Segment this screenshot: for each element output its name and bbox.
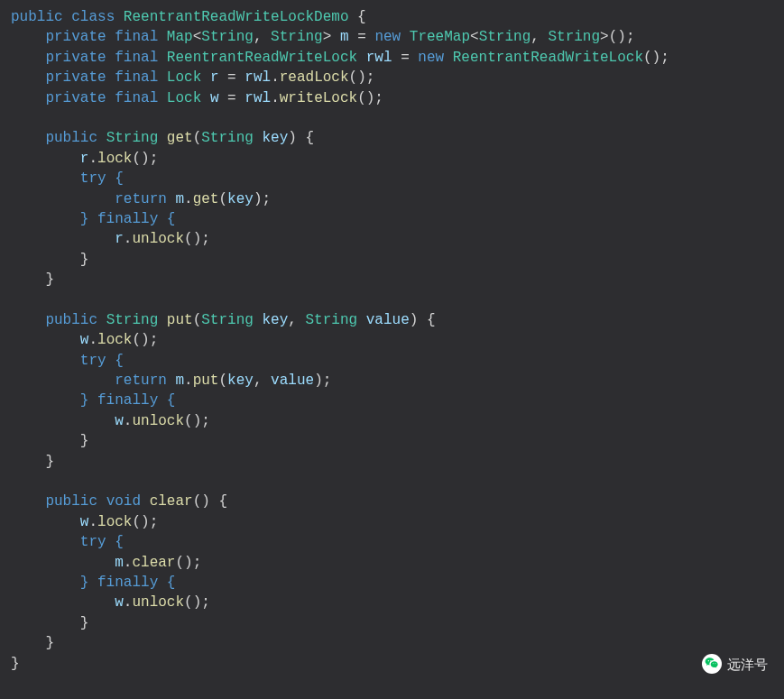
parens: () [132, 514, 149, 530]
brace: { [218, 493, 227, 510]
eq: = [227, 90, 236, 106]
watermark: 远洋号 [702, 654, 768, 674]
kw-final: final [115, 90, 158, 106]
var-r: r [115, 231, 124, 247]
rp: ) [410, 312, 419, 328]
ctor-rwl: ReentrantReadWriteLock [453, 50, 643, 66]
kw-private: private [45, 50, 106, 66]
watermark-text: 远洋号 [727, 655, 768, 674]
wechat-icon [702, 654, 722, 674]
eq: = [401, 50, 410, 66]
type-string: String [201, 29, 254, 45]
param-name: value [366, 312, 410, 328]
comma: , [254, 29, 263, 45]
brace: { [306, 130, 315, 146]
code-block: public class ReentrantReadWriteLockDemo … [11, 7, 773, 674]
type-treemap: TreeMap [410, 29, 470, 45]
lp: ( [218, 372, 227, 389]
param-name: key [262, 130, 288, 146]
parens: () [184, 231, 201, 247]
kw-try: try { [80, 170, 124, 187]
kw-return: return [115, 191, 167, 207]
lp: ( [193, 493, 202, 510]
dot: . [124, 413, 133, 429]
kw-class: class [71, 9, 115, 25]
lp: ( [193, 130, 202, 146]
method-get: get [193, 191, 219, 207]
dot: . [184, 372, 193, 389]
eq: = [227, 69, 236, 86]
kw-private: private [45, 90, 106, 106]
brace-close: } [11, 656, 20, 672]
semi: ; [193, 555, 202, 571]
lt: < [470, 29, 479, 45]
kw-public: public [45, 130, 97, 146]
parens: () [349, 69, 366, 86]
kw-private: private [45, 69, 106, 86]
rp: ) [254, 191, 263, 207]
parens: () [643, 50, 660, 66]
class-name: ReentrantReadWriteLockDemo [124, 9, 349, 25]
dot: . [88, 514, 97, 530]
parens: () [175, 555, 192, 571]
brace-close: } [80, 433, 89, 449]
kw-try: try { [80, 534, 124, 550]
kw-new: new [374, 29, 401, 45]
method-clear: clear [150, 493, 193, 510]
parens: () [357, 90, 374, 106]
var-w: w [80, 332, 89, 348]
method-unlock: unlock [132, 231, 184, 247]
semi: ; [150, 151, 159, 167]
ret-type: String [106, 312, 159, 328]
arg-key: key [227, 191, 254, 207]
semi: ; [201, 231, 210, 247]
semi: ; [366, 69, 375, 86]
var-r: r [80, 151, 89, 167]
semi: ; [150, 332, 159, 348]
gt: > [600, 29, 609, 45]
param-name: key [262, 312, 288, 328]
brace-close: } [80, 615, 89, 631]
var-w: w [80, 514, 89, 530]
var-w: w [210, 90, 219, 106]
brace-close: } [45, 454, 54, 470]
dot: . [88, 332, 97, 348]
ret-type: String [106, 130, 159, 146]
semi: ; [150, 514, 159, 530]
lt: < [193, 29, 202, 45]
dot: . [124, 594, 133, 611]
method-put: put [193, 372, 219, 389]
semi: ; [201, 413, 210, 429]
dot: . [271, 90, 280, 106]
kw-public: public [45, 493, 97, 510]
type-string: String [271, 29, 323, 45]
kw-finally: } finally { [80, 211, 176, 227]
dot: . [124, 231, 133, 247]
var-m: m [175, 191, 184, 207]
var-m: m [175, 372, 184, 389]
brace-open: { [357, 9, 366, 25]
eq: = [357, 29, 366, 45]
semi: ; [323, 372, 332, 389]
method-lock: lock [97, 332, 132, 348]
arg-key: key [227, 372, 254, 389]
var-r: r [210, 69, 219, 86]
kw-try: try { [80, 353, 124, 369]
method-lock: lock [97, 514, 132, 530]
var-rwl: rwl [244, 69, 271, 86]
method-put: put [167, 312, 193, 328]
parens: () [609, 29, 626, 45]
type-lock: Lock [167, 90, 201, 106]
comma: , [530, 29, 540, 45]
method-lock: lock [97, 151, 132, 167]
rp: ) [201, 493, 210, 510]
kw-private: private [45, 29, 106, 45]
kw-final: final [115, 69, 158, 86]
method-writelock: writeLock [280, 90, 357, 106]
semi: ; [660, 50, 669, 66]
parens: () [184, 413, 201, 429]
semi: ; [263, 191, 272, 207]
comma: , [288, 312, 297, 328]
var-w: w [115, 413, 124, 429]
dot: . [88, 151, 97, 167]
